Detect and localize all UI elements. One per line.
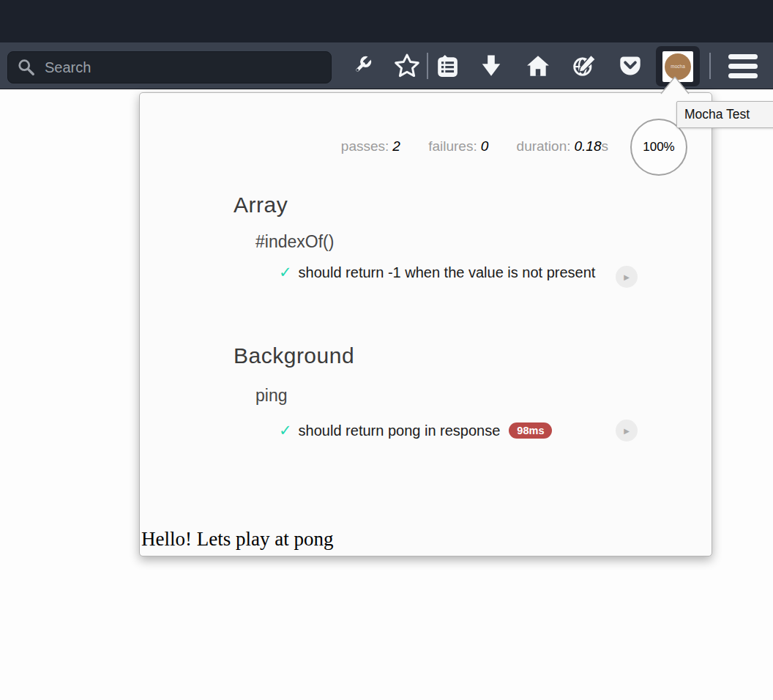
pocket-button[interactable]	[610, 42, 650, 89]
pocket-icon	[619, 55, 642, 77]
progress-value: 100%	[643, 140, 674, 154]
download-arrow-icon	[480, 54, 502, 78]
mocha-popup-panel: passes:2 failures:0 duration:0.18s 100% …	[139, 92, 712, 556]
toolbar-separator	[709, 53, 711, 79]
pass-check-icon: ✓	[279, 422, 292, 439]
wrench-icon	[350, 54, 373, 78]
duration-unit: s	[602, 138, 609, 154]
replay-test-button[interactable]: ▶	[616, 266, 638, 288]
page-greeting-text: Hello! Lets play at pong	[141, 528, 333, 551]
duration-badge: 98ms	[509, 422, 552, 439]
globe-pencil-icon	[572, 53, 597, 78]
passes-value: 2	[392, 138, 400, 154]
star-icon	[395, 53, 419, 78]
test-row: ✓should return pong in response 98ms	[279, 417, 552, 444]
suite-title-indexof: #indexOf()	[255, 232, 334, 252]
replay-test-button[interactable]: ▶	[616, 420, 638, 442]
tooltip-text: Mocha Test	[684, 107, 750, 122]
window-titlebar	[0, 0, 773, 42]
play-icon: ▶	[624, 273, 630, 281]
browser-toolbar: mocha	[0, 42, 773, 89]
duration-value: 0.18	[575, 138, 602, 154]
extension-tooltip: Mocha Test	[676, 101, 773, 128]
hamburger-icon	[728, 54, 758, 78]
reading-list-button[interactable]	[427, 42, 467, 89]
sketch-extension-button[interactable]	[565, 42, 605, 89]
list-icon	[436, 54, 459, 78]
home-icon	[526, 54, 550, 78]
bookmark-star-button[interactable]	[387, 42, 427, 89]
failures-label: failures:	[428, 138, 477, 154]
test-title: should return pong in response	[299, 422, 501, 439]
test-title: should return -1 when the value is not p…	[299, 264, 596, 280]
search-input[interactable]	[45, 59, 322, 76]
developer-tools-button[interactable]	[342, 42, 381, 89]
downloads-button[interactable]	[471, 42, 511, 89]
failures-value: 0	[481, 138, 489, 154]
suite-title-background: Background	[234, 343, 354, 368]
suite-title-ping: ping	[255, 386, 287, 406]
search-icon	[17, 58, 36, 77]
home-button[interactable]	[518, 42, 558, 89]
search-bar[interactable]	[7, 51, 332, 83]
mocha-stats: passes:2 failures:0 duration:0.18s	[341, 138, 608, 154]
suite-title-array: Array	[234, 193, 288, 217]
menu-button[interactable]	[723, 42, 763, 89]
test-row: ✓should return -1 when the value is not …	[279, 259, 612, 286]
play-icon: ▶	[624, 427, 630, 435]
pass-check-icon: ✓	[279, 264, 292, 280]
passes-label: passes:	[341, 138, 389, 154]
popup-anchor-arrow	[659, 75, 691, 94]
duration-label: duration:	[517, 138, 571, 154]
